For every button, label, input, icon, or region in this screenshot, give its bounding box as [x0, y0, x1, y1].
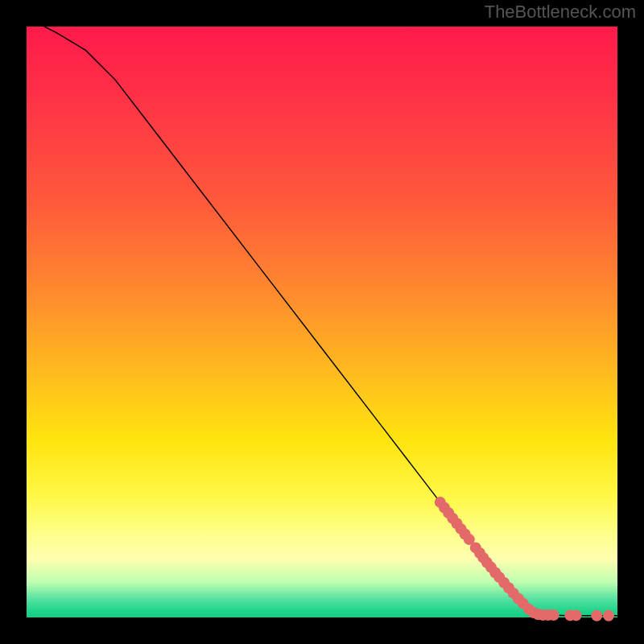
plot-gradient-background [27, 27, 617, 617]
data-marker [591, 610, 602, 621]
watermark-text: TheBottleneck.com [485, 2, 636, 23]
data-marker [548, 609, 559, 621]
data-markers-group [435, 497, 614, 621]
data-marker [603, 610, 614, 621]
bottleneck-curve [44, 27, 617, 616]
data-marker [571, 609, 582, 621]
chart-svg [27, 27, 617, 617]
